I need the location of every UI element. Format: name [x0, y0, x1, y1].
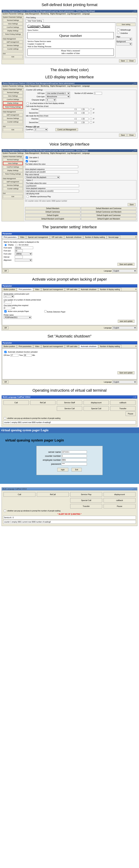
tab-numdisp[interactable]: Number of display waiting [83, 236, 107, 239]
bg-select[interactable] [116, 42, 132, 45]
transfer-button[interactable]: Transfer [110, 406, 136, 411]
use-option1-chk[interactable] [26, 156, 28, 159]
save-button[interactable]: Save [119, 59, 127, 62]
server-input[interactable] [61, 451, 87, 454]
tab-print[interactable]: Print parameters [2, 236, 18, 239]
pause-button[interactable]: Pause [126, 411, 136, 416]
special-call-button[interactable]: Special Call [70, 498, 102, 503]
folder1-input[interactable] [25, 165, 78, 168]
sidebar-exit[interactable]: Exit [3, 195, 23, 198]
printer-select[interactable]: POSPrinter2011 [4, 316, 31, 319]
callback-button[interactable]: callback [104, 498, 136, 503]
off-button[interactable]: Off [2, 270, 8, 272]
call-first-input[interactable] [39, 108, 75, 111]
close-button[interactable]: Close [127, 59, 136, 62]
seq1-input[interactable] [25, 170, 78, 173]
interval-input[interactable] [15, 256, 23, 258]
sidebar-ticket[interactable]: Ticket Printing Settings [3, 173, 23, 176]
tab-total-ticket[interactable]: Total Ticket Setting [26, 19, 44, 22]
nwin-input[interactable] [94, 92, 102, 95]
password-input[interactable] [61, 462, 87, 465]
sidebar-comport[interactable]: ComPort Settings [3, 165, 23, 168]
def-mand-cant[interactable]: Default Mandarin and Cantonese [81, 207, 136, 210]
comb-led-button[interactable]: Comb Led Management [55, 128, 78, 131]
tab-video[interactable]: Video [19, 236, 26, 239]
min-input[interactable] [24, 354, 32, 356]
sidebar-services[interactable]: Services Settings [3, 44, 23, 47]
fontsize-input[interactable] [15, 249, 23, 252]
fixed-window-chk[interactable] [27, 102, 29, 104]
serial-port-select[interactable]: — [4, 295, 14, 298]
menubar[interactable]: System Parameter SettingsData Management… [2, 12, 137, 15]
avp-chk[interactable] [4, 310, 7, 312]
sidebar-display[interactable]: Display Settings [3, 169, 23, 172]
def-cantonese[interactable]: Default Cantonese [25, 210, 80, 213]
sidebar-voice[interactable]: Voice Settings [3, 162, 23, 165]
comport-select[interactable]: 2 [34, 128, 48, 131]
tab-button-pos[interactable]: Button position [2, 288, 17, 291]
idle-first-input[interactable] [39, 118, 75, 120]
sidebar-staff[interactable]: staff management [3, 40, 23, 43]
tab-vip[interactable]: VIP card rules [50, 236, 64, 239]
tab-second[interactable]: Second page [107, 236, 120, 239]
tab-auto[interactable]: Automatic shutdown [79, 288, 98, 291]
tab-numdisp[interactable]: Number of display waiting [98, 345, 121, 348]
char-len-select[interactable]: 4 [46, 98, 56, 101]
def-eng-cant[interactable]: Default English and Cantonese [81, 214, 136, 217]
lang1-chk[interactable] [26, 160, 28, 162]
tab-auto[interactable]: Automatic shutdown [79, 345, 98, 348]
sidebar-services[interactable]: Services Settings [3, 184, 23, 187]
sidebar-services[interactable]: Services Settings [3, 117, 23, 120]
save-button[interactable]: Save [119, 134, 127, 136]
transfer-button[interactable]: Transfer [70, 504, 102, 508]
sidebar-display[interactable]: Display Settings [3, 29, 23, 32]
save-update-button[interactable]: Save and update [117, 371, 135, 374]
def-cant-mand[interactable]: Default Cantonese and Mandarin [81, 210, 136, 213]
save-setting[interactable]: Save setting [116, 23, 136, 26]
display-radio[interactable] [4, 244, 7, 246]
sidebar-ticket[interactable]: Ticket Printing Settings [3, 105, 23, 109]
popup-chk[interactable] [4, 510, 6, 512]
sidebar-counter[interactable]: Counter settings [3, 120, 23, 123]
popup-chk[interactable] [4, 417, 6, 420]
led-type-select[interactable]: Line number (4 words) 1 [46, 92, 70, 95]
displaycount-button[interactable]: displaycount [104, 492, 136, 497]
seq2-input[interactable] [26, 190, 79, 192]
tab-numdisp[interactable]: Number of display waiting [98, 288, 121, 291]
folder2-input[interactable] [26, 185, 79, 187]
sidebar-comport[interactable]: ComPort Settings [3, 26, 23, 29]
align-select[interactable] [15, 259, 32, 261]
fontcolor-select[interactable]: clWhite [15, 252, 32, 255]
sidebar-ticket[interactable]: Ticket Printing Settings [3, 33, 23, 36]
sidebar-counter[interactable]: Counter settings [3, 48, 23, 51]
sidebar-staff[interactable]: staff management [3, 113, 23, 117]
employee-input[interactable] [61, 459, 87, 461]
sidebar-terminal[interactable]: Terminal Settings [3, 19, 23, 22]
tab-button-pos[interactable]: Button position [2, 345, 17, 348]
fontname-input[interactable] [15, 247, 33, 249]
def-mand-eng[interactable]: Default Mandarin and English [25, 217, 80, 220]
login-button[interactable]: login [57, 468, 68, 471]
service-flay-button[interactable]: Service Flay [70, 492, 102, 497]
strikethrough-chk[interactable]: Strikethrough [116, 29, 131, 31]
tab-video[interactable]: Video [33, 345, 41, 348]
displaycount-button[interactable]: displaycount [84, 400, 109, 405]
idle-second-input[interactable] [39, 121, 75, 124]
call-second-input[interactable] [39, 112, 75, 114]
lang-select[interactable]: English [112, 327, 137, 329]
color-type-select[interactable]: Monochrome [46, 95, 70, 98]
tab-vip[interactable]: VIP card rules [65, 345, 79, 348]
service-call-button[interactable]: Service Call [57, 406, 82, 411]
close-button[interactable]: Close [127, 134, 136, 136]
sidebar-counter[interactable]: Counter settings [3, 187, 23, 190]
service-staff-button[interactable]: Service Staff [57, 400, 82, 405]
sidebar-exit[interactable]: Exit [3, 55, 23, 58]
line-input[interactable] [4, 301, 12, 304]
auto-shutdown-chk[interactable] [4, 351, 7, 353]
sidebar-display[interactable]: Display Settings [3, 101, 23, 105]
tab-video[interactable]: Video [33, 288, 41, 291]
counter-input[interactable] [61, 455, 87, 458]
off-button[interactable]: Off [2, 380, 8, 383]
callback-button[interactable]: callback [110, 400, 136, 405]
def-english[interactable]: Default English [25, 214, 80, 217]
